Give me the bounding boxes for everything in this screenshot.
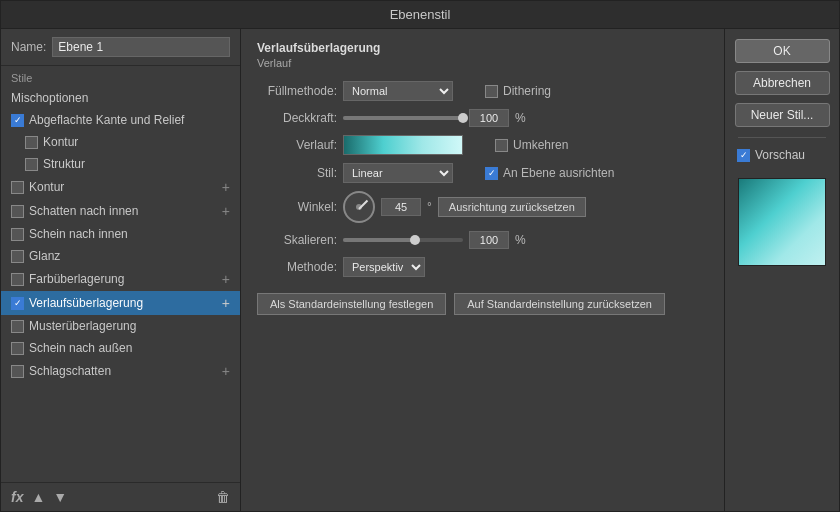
verlaufsuberlagerung-add-button[interactable]: + <box>222 295 230 311</box>
stil-select[interactable]: Linear <box>343 163 453 183</box>
move-down-icon[interactable]: ▼ <box>53 489 67 505</box>
kontur-add-button[interactable]: + <box>222 179 230 195</box>
methode-select[interactable]: Perspektiv Linear <box>343 257 425 277</box>
sidebar-item-kontur-sub[interactable]: Kontur <box>1 131 240 153</box>
schlagschatten-add-button[interactable]: + <box>222 363 230 379</box>
winkel-unit: ° <box>427 200 432 214</box>
move-up-icon[interactable]: ▲ <box>31 489 45 505</box>
delete-icon[interactable]: 🗑 <box>216 489 230 505</box>
bottom-buttons: Als Standardeinstellung festlegen Auf St… <box>257 293 708 315</box>
sidebar-item-schein-innen[interactable]: Schein nach innen <box>1 223 240 245</box>
fullmethode-select[interactable]: Normal <box>343 81 453 101</box>
skalieren-slider[interactable] <box>343 238 463 242</box>
deckkraft-label: Deckkraft: <box>257 111 337 125</box>
sidebar-item-mischoptionen[interactable]: Mischoptionen <box>1 87 240 109</box>
verlaufsuberlagerung-checkbox[interactable] <box>11 297 24 310</box>
zuruck-button[interactable]: Auf Standardeinstellung zurücksetzen <box>454 293 665 315</box>
gradient-preview[interactable] <box>343 135 463 155</box>
fx-icon[interactable]: fx <box>11 489 23 505</box>
vorschau-checkbox[interactable] <box>737 149 750 162</box>
schlagschatten-label: Schlagschatten <box>29 364 111 378</box>
vorschau-row: Vorschau <box>733 148 805 162</box>
sidebar-item-musteruberlagerung[interactable]: Musterüberlagerung <box>1 315 240 337</box>
umkehren-row: Umkehren <box>495 138 568 152</box>
content: Name: Stile Mischoptionen Abgeflachte Ka… <box>1 29 839 511</box>
farbuberlagerung-checkbox[interactable] <box>11 273 24 286</box>
sidebar-item-glanz[interactable]: Glanz <box>1 245 240 267</box>
struktur-sub-checkbox[interactable] <box>25 158 38 171</box>
umkehren-checkbox[interactable] <box>495 139 508 152</box>
deckkraft-input[interactable] <box>469 109 509 127</box>
an-ebene-checkbox[interactable] <box>485 167 498 180</box>
abgeflachte-checkbox[interactable] <box>11 114 24 127</box>
sidebar-item-verlaufsuberlagerung[interactable]: Verlaufsüberlagerung + <box>1 291 240 315</box>
deckkraft-row: Deckkraft: % <box>257 109 708 127</box>
schatten-innen-add-button[interactable]: + <box>222 203 230 219</box>
sidebar-item-schein-aussen[interactable]: Schein nach außen <box>1 337 240 359</box>
sidebar-item-kontur[interactable]: Kontur + <box>1 175 240 199</box>
skalieren-unit: % <box>515 233 526 247</box>
skalieren-thumb[interactable] <box>410 235 420 245</box>
skalieren-row: Skalieren: % <box>257 231 708 249</box>
stile-section-label: Stile <box>1 66 240 87</box>
deckkraft-thumb[interactable] <box>458 113 468 123</box>
winkel-row: Winkel: ° Ausrichtung zurücksetzen <box>257 191 708 223</box>
bottom-bar: fx ▲ ▼ 🗑 <box>1 482 240 511</box>
umkehren-label: Umkehren <box>513 138 568 152</box>
name-input[interactable] <box>52 37 230 57</box>
glanz-label: Glanz <box>29 249 60 263</box>
musteruberlagerung-label: Musterüberlagerung <box>29 319 136 333</box>
schein-aussen-label: Schein nach außen <box>29 341 132 355</box>
dithering-label: Dithering <box>503 84 551 98</box>
right-panel: OK Abbrechen Neuer Stil... Vorschau <box>724 29 839 511</box>
an-ebene-label: An Ebene ausrichten <box>503 166 614 180</box>
ok-button[interactable]: OK <box>735 39 830 63</box>
struktur-sub-label: Struktur <box>43 157 85 171</box>
skalieren-input[interactable] <box>469 231 509 249</box>
farbuberlagerung-add-button[interactable]: + <box>222 271 230 287</box>
knob-center <box>356 204 362 210</box>
schein-aussen-checkbox[interactable] <box>11 342 24 355</box>
kontur-sub-checkbox[interactable] <box>25 136 38 149</box>
schatten-innen-label: Schatten nach innen <box>29 204 138 218</box>
abbrechen-button[interactable]: Abbrechen <box>735 71 830 95</box>
dialog-title: Ebenenstil <box>390 7 451 22</box>
preview-box <box>738 178 826 266</box>
verlauf-label: Verlauf: <box>257 138 337 152</box>
skalieren-label: Skalieren: <box>257 233 337 247</box>
kontur-sub-label: Kontur <box>43 135 78 149</box>
schlagschatten-checkbox[interactable] <box>11 365 24 378</box>
sidebar-item-abgeflachte[interactable]: Abgeflachte Kante und Relief <box>1 109 240 131</box>
winkel-input[interactable] <box>381 198 421 216</box>
vorschau-label: Vorschau <box>755 148 805 162</box>
angle-knob[interactable] <box>343 191 375 223</box>
panel-subtitle: Verlauf <box>257 57 708 69</box>
dithering-checkbox[interactable] <box>485 85 498 98</box>
deckkraft-slider[interactable] <box>343 116 463 120</box>
dialog: Ebenenstil Name: Stile Mischoptionen Abg… <box>0 0 840 512</box>
methode-row: Methode: Perspektiv Linear <box>257 257 708 277</box>
panel-title: Verlaufsüberlagerung <box>257 41 708 55</box>
glanz-checkbox[interactable] <box>11 250 24 263</box>
middle-panel: Verlaufsüberlagerung Verlauf Füllmethode… <box>241 29 724 511</box>
sidebar-item-struktur-sub[interactable]: Struktur <box>1 153 240 175</box>
deckkraft-unit: % <box>515 111 526 125</box>
schatten-innen-checkbox[interactable] <box>11 205 24 218</box>
musteruberlagerung-checkbox[interactable] <box>11 320 24 333</box>
kontur-checkbox[interactable] <box>11 181 24 194</box>
ausrichtung-reset-button[interactable]: Ausrichtung zurücksetzen <box>438 197 586 217</box>
standard-button[interactable]: Als Standardeinstellung festlegen <box>257 293 446 315</box>
name-row: Name: <box>1 29 240 66</box>
abgeflachte-label: Abgeflachte Kante und Relief <box>29 113 184 127</box>
style-list: Mischoptionen Abgeflachte Kante und Reli… <box>1 87 240 482</box>
title-bar: Ebenenstil <box>1 1 839 29</box>
sidebar-item-schlagschatten[interactable]: Schlagschatten + <box>1 359 240 383</box>
schein-innen-checkbox[interactable] <box>11 228 24 241</box>
fullmethode-label: Füllmethode: <box>257 84 337 98</box>
name-label: Name: <box>11 40 46 54</box>
sidebar-item-schatten-innen[interactable]: Schatten nach innen + <box>1 199 240 223</box>
dithering-row: Dithering <box>485 84 551 98</box>
sidebar-item-farbuberlagerung[interactable]: Farbüberlagerung + <box>1 267 240 291</box>
verlaufsuberlagerung-label: Verlaufsüberlagerung <box>29 296 143 310</box>
neuer-stil-button[interactable]: Neuer Stil... <box>735 103 830 127</box>
